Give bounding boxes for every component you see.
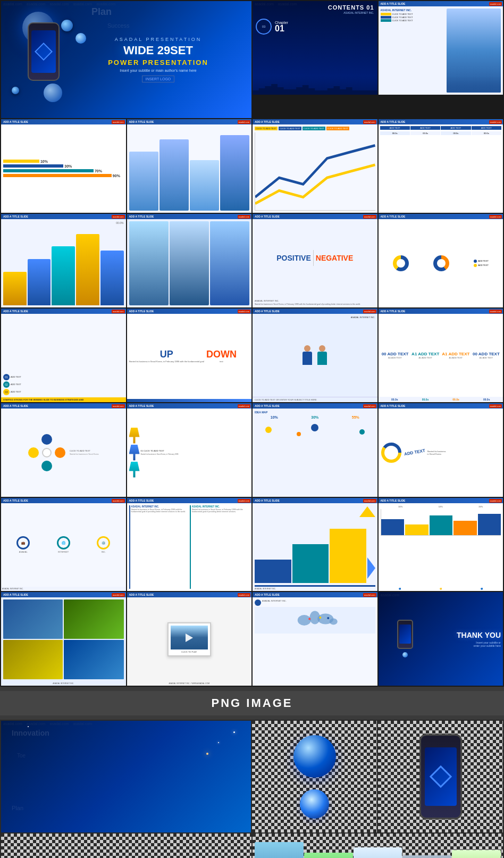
thank-you-heading: THANK YOU: [457, 631, 501, 639]
slide-text-columns[interactable]: asadal.com ADD A TITLE SLIDE ASADAL INTE…: [127, 498, 252, 592]
slide-title-contents: CONTENTS 01: [256, 4, 374, 11]
svg-point-2: [386, 447, 397, 458]
png-spheres: [252, 721, 377, 832]
slide-thank-you[interactable]: asadal.com THANK YOU Insert your subtitl…: [379, 592, 503, 686]
slide-circles-row[interactable]: asadal.com ADD A TITLE SLIDE 💼 ASADAL 🌐 …: [1, 498, 126, 592]
slide-colorful-arrows[interactable]: asadal.com ADD A TITLE SLIDE 01 CLICK TO…: [127, 403, 252, 497]
red-badge: asadal.com: [489, 2, 502, 6]
hero-subtitle: Insert your subtitle or main author's na…: [75, 69, 241, 72]
slide-title-photo[interactable]: asadal.com ADD A TITLE SLIDE ASADAL INTE…: [379, 1, 503, 95]
main-title-line1: WIDE 29SET: [75, 44, 241, 57]
png-section-title: PNG IMAGE: [0, 691, 504, 715]
png-photo-strip: [253, 834, 503, 858]
png-phone: [378, 721, 503, 832]
slide-video-frame[interactable]: asadal.com ADD A TITLE SLIDE CLICK TO PL…: [127, 592, 252, 686]
svg-point-7: [308, 618, 310, 620]
slide-numbered-list[interactable]: asadal.com ADD A TITLE SLIDE 01ADD TEXT …: [1, 309, 126, 402]
slide-donut-text[interactable]: asadal.com ADD A TITLE SLIDE ADD TEXT St…: [379, 403, 503, 497]
slide-world-map[interactable]: asadal.com ADD A TITLE SLIDE ASADAL INTE…: [253, 592, 377, 686]
slide-idea-map[interactable]: asadal.com ADD A TITLE SLIDE IDEA MAP 10…: [253, 403, 377, 497]
png-blue-bg: asadal.comasadal.com asadal.comasadal.co…: [1, 721, 251, 832]
hero-text-block: ASADAL PRESENTATION WIDE 29SET POWER PRE…: [75, 37, 241, 82]
slide-grid: asadal.comasadal.comasadal.com asadal.co…: [0, 0, 504, 687]
slide-photo-grid[interactable]: asadal.com ADD A TITLE SLIDE ASADAL INTE…: [1, 592, 126, 686]
png-content: asadal.comasadal.com asadal.comasadal.co…: [0, 720, 504, 858]
slide-team-photos[interactable]: asadal.com ADD A TITLE SLIDE: [127, 119, 252, 213]
positive-text: POSITIVE: [276, 254, 311, 262]
slide-line-chart[interactable]: asadal.com ADD A TITLE SLIDE CLICK TO AD…: [253, 119, 377, 213]
negative-text: NEGATIVE: [316, 254, 354, 262]
contents-slide[interactable]: asadal.comasadal.com CONTENTS 01 ASADAL …: [253, 1, 377, 95]
slide-bar-percent[interactable]: asadal.com ADD A TITLE SLIDE 10% 30% 70%…: [1, 119, 126, 213]
slide-arrow-chart[interactable]: asadal.com ADD A TITLE SLIDE ASADAL INTE…: [253, 498, 377, 592]
slide-label-2: ADD A TITLE SLIDE: [379, 1, 503, 6]
brand-label: ASADAL PRESENTATION: [75, 37, 241, 42]
main-title-line2: POWER PRESENTATION: [75, 59, 241, 66]
svg-point-3: [298, 615, 311, 626]
hero-slide[interactable]: asadal.comasadal.comasadal.com asadal.co…: [1, 1, 251, 118]
slide-pos-neg[interactable]: asadal.com ADD A TITLE SLIDE POSITIVE NE…: [253, 214, 377, 307]
insert-logo: INSERT LOGO: [142, 76, 175, 82]
slide-multi-photo[interactable]: asadal.com ADD A TITLE SLIDE: [127, 214, 252, 307]
slide-flower-diagram[interactable]: asadal.com ADD A TITLE SLIDE CLICK TO AD…: [1, 403, 126, 497]
slide-data-table[interactable]: asadal.com ADD A TITLE SLIDE ADD TEXT AD…: [379, 119, 503, 213]
slide-up-down[interactable]: asadal.com ADD A TITLE SLIDE UP Started …: [127, 309, 252, 402]
png-globe-city: [1, 834, 251, 858]
svg-point-6: [330, 619, 338, 625]
slide-bar-line-combo[interactable]: asadal.com ADD A TITLE SLIDE 30%10%39% 🔵…: [379, 498, 503, 592]
slide-handshake[interactable]: asadal.com ADD A TITLE SLIDE ASADAL INTE…: [253, 309, 377, 402]
slide-column-chart[interactable]: asadal.com ADD A TITLE SLIDE 00.0%: [1, 214, 126, 307]
slide-pie-chart[interactable]: asadal.com ADD A TITLE SLIDE ADD TEXT AD…: [379, 214, 503, 307]
svg-point-8: [319, 617, 321, 619]
svg-point-9: [327, 617, 329, 619]
slide-metrics[interactable]: asadal.com ADD A TITLE SLIDE 00 ADD TEXT…: [379, 309, 503, 402]
png-section: PNG IMAGE: [0, 687, 504, 720]
